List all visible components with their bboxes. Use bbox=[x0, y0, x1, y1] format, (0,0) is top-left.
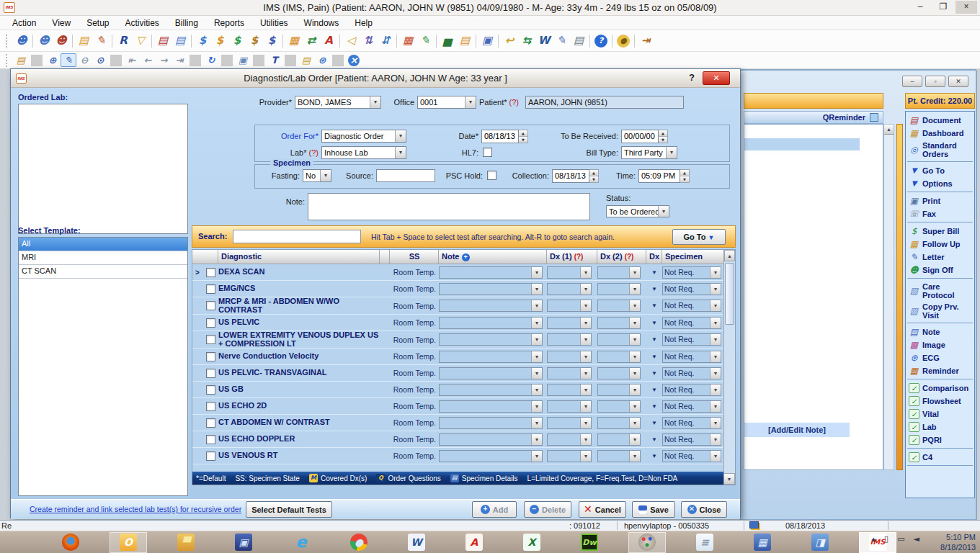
chevron-down-icon[interactable]: ▾ bbox=[531, 368, 542, 379]
bg-minimize-button[interactable]: – bbox=[902, 76, 922, 87]
chevron-down-icon[interactable]: ▾ bbox=[629, 434, 640, 445]
chevron-down-icon[interactable]: ▾ bbox=[580, 368, 591, 379]
row-checkbox[interactable] bbox=[206, 402, 215, 411]
menu-item[interactable]: Billing bbox=[167, 17, 206, 30]
sidebar-item-care-protocol[interactable]: ▧ Care Protocol bbox=[907, 281, 973, 301]
sidebar-item-ecg[interactable]: ⊛ ECG bbox=[907, 351, 973, 364]
chevron-down-icon[interactable]: ▾ bbox=[580, 284, 591, 295]
panel-scrollbar[interactable]: ▲ bbox=[883, 124, 894, 470]
folder-edit-icon[interactable]: ▤ bbox=[75, 33, 92, 49]
spin-down-icon[interactable]: ▼ bbox=[589, 176, 598, 182]
chevron-down-icon[interactable]: ▾ bbox=[710, 434, 721, 445]
open-folder-icon[interactable]: ▤ bbox=[13, 53, 29, 67]
col-ss[interactable]: SS bbox=[390, 250, 439, 264]
note-select[interactable]: ▾ bbox=[439, 266, 543, 279]
sidebar-item-dashboard[interactable]: ▦ Dashboard bbox=[907, 127, 973, 140]
lock-icon[interactable]: ● bbox=[615, 33, 632, 49]
recursive-order-link[interactable]: Create reminder and link selected lab te… bbox=[30, 505, 241, 513]
dx2-select[interactable]: ▾ bbox=[597, 317, 641, 329]
sidebar-item-document[interactable]: ▤ Document bbox=[907, 114, 973, 127]
note-select[interactable]: ▾ bbox=[439, 351, 543, 363]
row-checkbox[interactable] bbox=[206, 451, 215, 461]
dx1-select[interactable]: ▾ bbox=[547, 433, 592, 446]
dx-dropdown-icon[interactable]: ▼ bbox=[646, 269, 662, 276]
help-icon[interactable]: ? bbox=[592, 33, 610, 49]
lab-help-icon[interactable]: (?) bbox=[309, 148, 318, 157]
dx2-select[interactable]: ▾ bbox=[597, 333, 641, 346]
dx1-select[interactable]: ▾ bbox=[547, 333, 592, 346]
menu-item[interactable]: Reports bbox=[206, 17, 252, 30]
dx2-select[interactable]: ▾ bbox=[597, 384, 641, 396]
goto-button[interactable]: Go To ▼ bbox=[672, 229, 726, 245]
chevron-down-icon[interactable]: ▾ bbox=[710, 300, 721, 311]
chevron-down-icon[interactable]: ▾ bbox=[710, 267, 721, 278]
chevron-down-icon[interactable]: ▾ bbox=[531, 284, 542, 295]
col-dx2[interactable]: Dx (2) (?) bbox=[597, 250, 646, 264]
chevron-down-icon[interactable]: ▾ bbox=[629, 451, 640, 462]
specimen-select[interactable]: Not Req.▾ bbox=[662, 351, 721, 363]
chrome-icon[interactable]: ● bbox=[340, 532, 378, 553]
sidebar-item-follow-up[interactable]: ▦ Follow Up bbox=[907, 238, 973, 251]
transfer-icon[interactable]: ⇆ bbox=[518, 33, 535, 49]
exit-icon[interactable]: ⇥ bbox=[637, 33, 654, 49]
chevron-down-icon[interactable]: ▾ bbox=[710, 385, 721, 395]
dx1-select[interactable]: ▾ bbox=[547, 367, 592, 379]
volume-icon[interactable]: ◄ bbox=[914, 534, 919, 544]
col-diagnostic[interactable]: Diagnostic bbox=[218, 250, 380, 264]
sidebar-item-vital[interactable]: ✓ Vital bbox=[907, 408, 973, 421]
spin-down-icon[interactable]: ▼ bbox=[680, 176, 689, 182]
US GB[interactable]: US GB Room Temp. ▾ ▾ ▾ ▼ Not Req.▾ bbox=[192, 382, 725, 398]
specimen-select[interactable]: Not Req.▾ bbox=[662, 333, 721, 346]
sidebar-item-c4[interactable]: ✓ C4 bbox=[907, 451, 973, 466]
hl7-checkbox[interactable] bbox=[483, 148, 492, 157]
Nerve Conduction Velocity[interactable]: Nerve Conduction Velocity Room Temp. ▾ ▾… bbox=[192, 349, 725, 365]
dialog-help-button[interactable]: ? bbox=[685, 72, 698, 83]
word-export-icon[interactable]: W bbox=[535, 33, 553, 49]
dx-dropdown-icon[interactable]: ▼ bbox=[646, 302, 662, 309]
add-button[interactable]: +Add bbox=[472, 501, 517, 518]
chevron-down-icon[interactable]: ▾ bbox=[710, 451, 721, 462]
dx-dropdown-icon[interactable]: ▼ bbox=[646, 354, 662, 360]
lab-select[interactable]: Inhouse Lab▾ bbox=[321, 146, 406, 159]
note-select[interactable]: ▾ bbox=[439, 400, 543, 413]
scheduler-icon[interactable]: ▦ bbox=[285, 33, 303, 49]
col-dx1[interactable]: Dx (1) (?) bbox=[547, 250, 597, 264]
calendar-clock-icon[interactable]: ▦ bbox=[399, 33, 416, 49]
sidebar-item-fax[interactable]: ☏ Fax bbox=[907, 207, 973, 222]
chevron-down-icon[interactable]: ▾ bbox=[580, 418, 591, 428]
sidebar-item-copy-prv-visit[interactable]: ▧ Copy Prv. Visit bbox=[907, 301, 973, 323]
chevron-down-icon[interactable]: ▾ bbox=[531, 300, 542, 311]
LOWER EXTREMITY VENOUS DUPLEX US + COMPRESSION LT[interactable]: LOWER EXTREMITY VENOUS DUPLEX US + COMPR… bbox=[192, 331, 725, 349]
col-specimen[interactable]: Specimen bbox=[662, 250, 725, 264]
delete-button[interactable]: −Delete bbox=[524, 501, 571, 518]
control-panel-icon[interactable]: ◨ bbox=[801, 532, 839, 553]
chevron-down-icon[interactable]: ▾ bbox=[320, 170, 331, 181]
chevron-down-icon[interactable]: ▾ bbox=[629, 318, 640, 328]
status-select[interactable]: To be Ordered▾ bbox=[606, 205, 669, 217]
pages-icon[interactable]: ▤ bbox=[172, 33, 189, 49]
spin-up-icon[interactable]: ▲ bbox=[589, 170, 598, 176]
patient-check-icon[interactable]: ☻ bbox=[35, 33, 53, 49]
chevron-down-icon[interactable]: ▾ bbox=[580, 385, 591, 395]
chevron-down-icon[interactable]: ▾ bbox=[580, 334, 591, 345]
sidebar-item-letter[interactable]: ✎ Letter bbox=[907, 251, 973, 264]
dx2-select[interactable]: ▾ bbox=[597, 266, 641, 279]
spin-down-icon[interactable]: ▼ bbox=[659, 137, 667, 143]
row-checkbox[interactable] bbox=[206, 335, 215, 344]
chevron-down-icon[interactable]: ▾ bbox=[580, 451, 591, 462]
sidebar-item-flowsheet[interactable]: ✓ Flowsheet bbox=[907, 395, 973, 408]
chevron-down-icon[interactable]: ▾ bbox=[710, 284, 721, 295]
chevron-down-icon[interactable]: ▾ bbox=[629, 368, 640, 379]
dx2-select[interactable]: ▾ bbox=[597, 300, 641, 312]
refresh-icon[interactable]: ↻ bbox=[203, 53, 219, 67]
dx-dropdown-icon[interactable]: ▼ bbox=[646, 453, 662, 459]
fasting-select[interactable]: No▾ bbox=[303, 169, 331, 182]
fax-in-icon[interactable]: ⇵ bbox=[377, 33, 394, 49]
sidebar-item-comparison[interactable]: ✓ Comparison bbox=[907, 382, 973, 395]
scan-icon[interactable]: ◁ bbox=[342, 33, 360, 49]
chevron-down-icon[interactable]: ▾ bbox=[710, 351, 721, 362]
note-select[interactable]: ▾ bbox=[439, 317, 543, 329]
specimen-select[interactable]: Not Req.▾ bbox=[662, 283, 721, 295]
patient-icon[interactable]: ☻ bbox=[13, 33, 30, 49]
my-computer-icon[interactable]: ▣ bbox=[225, 532, 262, 553]
